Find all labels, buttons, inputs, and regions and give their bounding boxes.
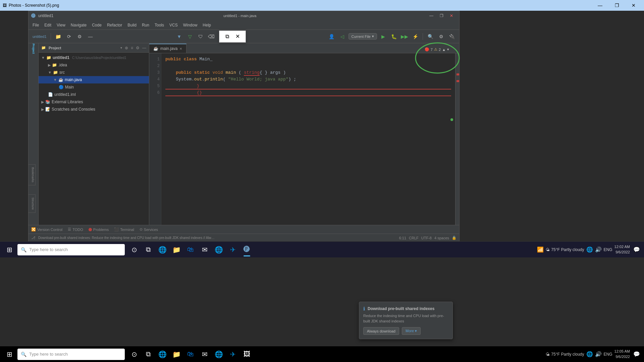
problems-collapse-icon[interactable]: ▾ bbox=[447, 47, 449, 52]
taskbar-cortana-icon[interactable]: ⊙ bbox=[127, 242, 141, 257]
tray-wifi-icon-2[interactable]: 🌐 bbox=[586, 351, 593, 357]
toolbar-vcs-btn[interactable]: ⟳ bbox=[64, 32, 74, 41]
notif-always-download-button[interactable]: Always download bbox=[363, 327, 399, 335]
start-button-2[interactable]: ⊞ bbox=[3, 348, 16, 361]
maximize-button[interactable]: ❐ bbox=[609, 0, 625, 11]
taskbar-store-icon-2[interactable]: 🛍 bbox=[184, 347, 197, 362]
taskbar-clock-2[interactable]: 12:05 AM 9/6/2022 bbox=[614, 349, 630, 359]
notif-more-button[interactable]: More ▾ bbox=[402, 327, 421, 335]
bookmarks-side-tab[interactable]: Bookmarks bbox=[28, 164, 36, 185]
menu-build[interactable]: Build bbox=[125, 21, 139, 29]
structure-side-tab[interactable]: Structure bbox=[28, 194, 36, 213]
tray-volume-icon[interactable]: 🔊 bbox=[595, 246, 602, 253]
taskbar-chrome-icon-2[interactable]: 🌐 bbox=[212, 347, 225, 362]
menu-run[interactable]: Run bbox=[139, 21, 152, 29]
tray-volume-icon-2[interactable]: 🔊 bbox=[595, 351, 602, 357]
menu-tools[interactable]: Tools bbox=[152, 21, 167, 29]
problems-expand-icon[interactable]: ▲ bbox=[442, 48, 446, 52]
right-scrollbar[interactable] bbox=[455, 53, 459, 225]
menu-navigate[interactable]: Navigate bbox=[68, 21, 89, 29]
start-button[interactable]: ⊞ bbox=[3, 243, 16, 256]
tree-item-src[interactable]: ▼ 📁 src bbox=[39, 69, 149, 76]
problems-indicator[interactable]: 🔴 7 ⚠ 2 ▲ ▾ bbox=[425, 47, 449, 52]
toolbar-user-icon[interactable]: 👤 bbox=[327, 32, 336, 41]
menu-window[interactable]: Window bbox=[180, 21, 200, 29]
run-config-dropdown[interactable]: Current File ▾ bbox=[348, 33, 377, 40]
panel-minimize-btn[interactable]: — bbox=[142, 46, 146, 50]
tree-item-untitled1[interactable]: ▼ 📁 untitled1 C:\Users\asus\IdeaProjects… bbox=[39, 54, 149, 61]
ide-minimize-button[interactable]: — bbox=[426, 11, 436, 20]
toolbar-filter2-icon[interactable]: ▽ bbox=[185, 32, 195, 41]
panel-settings-btn[interactable]: ⚙ bbox=[136, 46, 140, 50]
toolbar-plugins-icon[interactable]: 🔌 bbox=[447, 32, 457, 41]
taskbar-store-icon[interactable]: 🛍 bbox=[184, 242, 197, 257]
toolbar-project-btn[interactable]: 📁 bbox=[54, 32, 63, 41]
toolbar-clear-icon[interactable]: ⌫ bbox=[207, 32, 216, 41]
panel-add-btn[interactable]: ⊕ bbox=[125, 46, 128, 50]
code-content[interactable]: public class Main_ public static void ma… bbox=[161, 53, 455, 225]
menu-code[interactable]: Code bbox=[89, 21, 104, 29]
tree-item-main-class[interactable]: 🔵 Main bbox=[39, 83, 149, 91]
taskbar-search-box[interactable]: 🔍 Type here to search bbox=[17, 244, 125, 255]
tab-problems[interactable]: Problems bbox=[89, 228, 109, 232]
status-line-ending[interactable]: CRLF bbox=[409, 236, 419, 240]
tree-item-idea[interactable]: ▶ 📁 .idea bbox=[39, 61, 149, 69]
tree-item-external[interactable]: ▶ 📚 External Libraries bbox=[39, 98, 149, 106]
project-tab-icon[interactable]: Project bbox=[30, 45, 38, 53]
taskbar-edge-icon-2[interactable]: 🌐 bbox=[156, 347, 169, 362]
taskbar-clock[interactable]: 12:02 AM 9/6/2022 bbox=[614, 244, 630, 255]
notification-center-button-2[interactable]: 💬 bbox=[632, 348, 641, 361]
minimize-button[interactable]: — bbox=[592, 0, 608, 11]
float-restore-button[interactable]: ⧉ bbox=[223, 32, 232, 41]
tray-wifi-icon[interactable]: 🌐 bbox=[586, 246, 593, 253]
panel-collapse-btn[interactable]: ≡ bbox=[131, 46, 133, 50]
taskbar-photos-icon-2[interactable]: 🖼 bbox=[240, 347, 254, 362]
toolbar-shield-icon[interactable]: 🛡 bbox=[196, 32, 205, 41]
debug-button[interactable]: 🐛 bbox=[389, 32, 398, 41]
close-button[interactable]: ✕ bbox=[626, 0, 641, 11]
toolbar-coverage-icon[interactable]: ▶▶ bbox=[400, 32, 409, 41]
toolbar-profile-icon[interactable]: ⚡ bbox=[411, 32, 420, 41]
ide-close-button[interactable]: ✕ bbox=[446, 11, 457, 20]
menu-file[interactable]: File bbox=[30, 21, 42, 29]
tab-services[interactable]: ⊙ Services bbox=[140, 227, 158, 232]
tab-todo[interactable]: ☰ TODO bbox=[68, 227, 83, 232]
status-message[interactable]: Download pre-built shared indexes: Reduc… bbox=[38, 236, 216, 240]
toolbar-back-icon[interactable]: ◁ bbox=[338, 32, 347, 41]
tree-item-mainjava[interactable]: ▼ ☕ main.java bbox=[39, 76, 149, 83]
toolbar-search-icon[interactable]: 🔍 bbox=[426, 32, 435, 41]
tab-close-button[interactable]: ✕ bbox=[179, 47, 182, 51]
status-indent[interactable]: 4 spaces bbox=[434, 236, 449, 240]
menu-view[interactable]: View bbox=[54, 21, 68, 29]
toolbar-settings2-icon[interactable]: ⚙ bbox=[436, 32, 446, 41]
taskbar-search-box-2[interactable]: 🔍 Type here to search bbox=[17, 349, 125, 360]
status-encoding[interactable]: UTF-8 bbox=[421, 236, 432, 240]
float-close-button[interactable]: ✕ bbox=[233, 32, 243, 41]
tab-version-control[interactable]: 🔀 Version Control bbox=[31, 227, 62, 232]
ide-maximize-button[interactable]: ❐ bbox=[436, 11, 446, 20]
taskbar-telegram-icon[interactable]: ✈ bbox=[226, 242, 239, 257]
taskbar-telegram-icon-2[interactable]: ✈ bbox=[226, 347, 239, 362]
menu-help[interactable]: Help bbox=[200, 21, 214, 29]
code-editor[interactable]: 1 2 3 4 5 6 public class Main_ public st… bbox=[149, 53, 459, 225]
taskbar-chrome-icon[interactable]: 🌐 bbox=[212, 242, 225, 257]
taskbar-edge-icon[interactable]: 🌐 bbox=[156, 242, 169, 257]
menu-vcs[interactable]: VCS bbox=[167, 21, 180, 29]
taskbar-taskview-icon-2[interactable]: ⧉ bbox=[142, 347, 155, 362]
taskbar-cortana-icon-2[interactable]: ⊙ bbox=[127, 347, 141, 362]
toolbar-settings-btn[interactable]: ⚙ bbox=[75, 32, 85, 41]
tray-network-icon[interactable]: 📶 bbox=[537, 246, 544, 253]
taskbar-explorer-icon[interactable]: 📁 bbox=[170, 242, 183, 257]
notification-center-button[interactable]: 💬 bbox=[632, 243, 641, 256]
taskbar-explorer-icon-2[interactable]: 📁 bbox=[170, 347, 183, 362]
taskbar-mail-icon-2[interactable]: ✉ bbox=[198, 347, 211, 362]
project-dropdown-icon[interactable]: ▾ bbox=[120, 46, 122, 50]
status-position[interactable]: 6:11 bbox=[399, 236, 406, 240]
tab-terminal[interactable]: ⬛ Terminal bbox=[114, 227, 134, 232]
tray-language-2[interactable]: ENG bbox=[604, 352, 612, 357]
tray-language[interactable]: ENG bbox=[604, 247, 612, 252]
taskbar-intellij-icon[interactable]: 🅟 bbox=[240, 242, 254, 257]
toolbar-minimize-btn[interactable]: — bbox=[86, 32, 95, 41]
menu-refactor[interactable]: Refactor bbox=[104, 21, 125, 29]
tree-item-scratches[interactable]: ▶ 📝 Scratches and Consoles bbox=[39, 106, 149, 113]
